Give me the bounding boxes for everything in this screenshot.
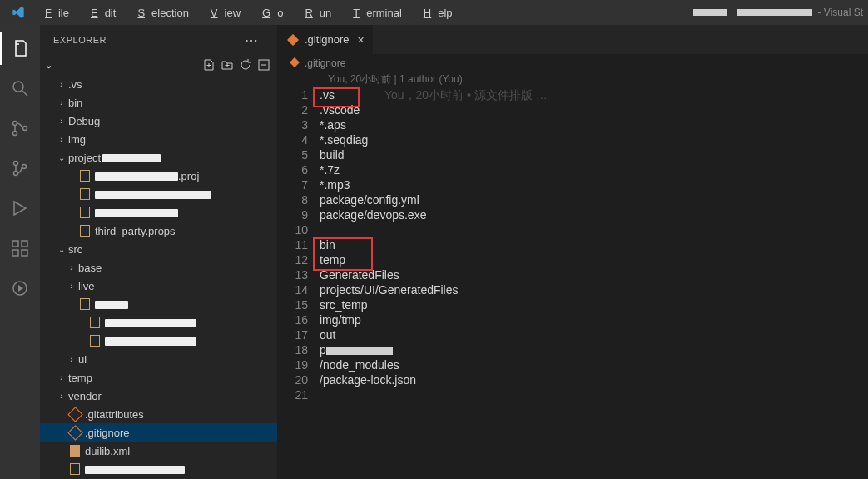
code-line[interactable]: p <box>320 342 868 357</box>
code-line[interactable]: *.seqdiag <box>320 132 868 147</box>
code-line[interactable] <box>320 387 868 402</box>
tree-folder[interactable]: ›img <box>40 130 277 148</box>
code-line[interactable]: *.mp3 <box>320 177 868 192</box>
tree-file[interactable]: .proj <box>40 167 277 185</box>
file-tree: ›.vs›bin›Debug›img⌄project.projthird_par… <box>40 75 277 479</box>
menu-help[interactable]: Help <box>410 3 459 22</box>
tree-folder[interactable]: ›.vs <box>40 75 277 93</box>
svg-point-2 <box>13 122 17 126</box>
tree-folder[interactable]: ›live <box>40 277 277 295</box>
code-line[interactable]: package/config.yml <box>320 192 868 207</box>
svg-rect-8 <box>12 241 18 247</box>
svg-rect-11 <box>22 241 27 247</box>
file-icon <box>88 334 102 347</box>
tree-file[interactable] <box>40 313 277 332</box>
code-editor[interactable]: 123456789101112131415161718192021 .vsYou… <box>278 87 868 479</box>
file-icon <box>78 187 92 201</box>
tree-file[interactable]: duilib.xml <box>40 442 277 460</box>
tree-file[interactable]: .gitattributes <box>40 405 277 423</box>
code-lines[interactable]: .vsYou，20小时前 • 源文件排版 ….vscode*.aps*.seqd… <box>320 87 868 479</box>
tree-folder[interactable]: ›vendor <box>40 387 277 405</box>
activity-run-icon[interactable] <box>0 192 40 225</box>
code-line[interactable]: *.aps <box>320 117 868 132</box>
tree-file[interactable] <box>40 203 277 222</box>
code-line[interactable]: out <box>320 327 868 342</box>
vscode-logo-icon <box>12 6 25 19</box>
menu-selection[interactable]: Selection <box>124 3 195 22</box>
code-line[interactable]: temp <box>320 252 868 267</box>
chevron-right-icon: › <box>55 117 68 126</box>
close-icon[interactable]: × <box>357 33 364 47</box>
chevron-right-icon: › <box>65 263 78 272</box>
tree-file[interactable]: third_party.props <box>40 222 277 240</box>
svg-point-3 <box>13 132 17 136</box>
new-file-icon[interactable] <box>202 58 216 72</box>
code-line[interactable]: img/tmp <box>320 312 868 327</box>
activity-circle-icon[interactable] <box>0 272 40 305</box>
git-file-icon <box>290 57 301 69</box>
code-line[interactable]: .vsYou，20小时前 • 源文件排版 … <box>320 87 868 102</box>
menu-terminal[interactable]: Terminal <box>340 3 409 22</box>
code-line[interactable]: GeneratedFiles <box>320 267 868 282</box>
menu-view[interactable]: View <box>197 3 247 22</box>
code-line[interactable] <box>320 222 868 237</box>
chevron-right-icon: › <box>55 135 68 144</box>
svg-point-7 <box>22 165 27 169</box>
code-line[interactable]: *.7z <box>320 162 868 177</box>
tree-folder[interactable]: ›Debug <box>40 112 277 130</box>
sidebar-more-icon[interactable]: ⋯ <box>240 31 264 50</box>
svg-rect-10 <box>22 250 27 256</box>
menu-edit[interactable]: Edit <box>77 3 122 22</box>
menu-go[interactable]: Go <box>249 3 290 22</box>
menu-file[interactable]: File <box>32 3 76 22</box>
tree-folder[interactable]: ⌄project <box>40 148 277 167</box>
code-line[interactable]: projects/UI/GeneratedFiles <box>320 282 868 297</box>
activity-scm-icon[interactable] <box>0 112 40 145</box>
file-icon <box>78 169 92 182</box>
editor-tabs: .gitignore × <box>278 25 868 54</box>
tree-file[interactable] <box>40 185 277 203</box>
tree-item-label: temp <box>68 372 92 384</box>
code-line[interactable]: build <box>320 147 868 162</box>
code-line[interactable]: src_temp <box>320 297 868 312</box>
tree-folder[interactable]: ›temp <box>40 368 277 387</box>
refresh-icon[interactable] <box>239 58 252 72</box>
tree-file[interactable] <box>40 295 277 313</box>
activity-explorer-icon[interactable] <box>0 32 40 65</box>
tree-folder[interactable]: ⌄src <box>40 240 277 258</box>
activity-bar <box>0 25 40 479</box>
svg-point-5 <box>14 162 18 166</box>
activity-search-icon[interactable] <box>0 72 40 105</box>
tree-item-label <box>95 207 178 219</box>
svg-rect-9 <box>12 250 18 256</box>
code-line[interactable]: .vscode <box>320 102 868 117</box>
tree-file[interactable] <box>40 460 277 478</box>
chevron-right-icon: › <box>55 98 68 107</box>
tree-item-label: live <box>78 280 95 292</box>
tree-folder[interactable]: ›bin <box>40 93 277 112</box>
activity-scm2-icon[interactable] <box>0 152 40 185</box>
code-line[interactable]: bin <box>320 237 868 252</box>
svg-rect-15 <box>290 57 300 67</box>
code-line[interactable]: /node_modules <box>320 357 868 372</box>
sidebar-root[interactable]: ⌄ <box>40 55 277 75</box>
code-line[interactable]: package/devops.exe <box>320 207 868 222</box>
tree-item-label: bin <box>68 97 82 109</box>
menu-run[interactable]: Run <box>291 3 338 22</box>
tree-file[interactable]: .gitignore <box>40 423 277 442</box>
svg-point-6 <box>14 172 18 176</box>
activity-extensions-icon[interactable] <box>0 232 40 265</box>
tab-gitignore[interactable]: .gitignore × <box>278 25 373 54</box>
new-folder-icon[interactable] <box>221 58 234 72</box>
file-icon <box>68 462 82 476</box>
collapse-icon[interactable] <box>257 58 270 72</box>
tree-item-label <box>85 463 185 476</box>
tree-item-label: src <box>68 243 82 256</box>
tree-folder[interactable]: ›base <box>40 258 277 277</box>
tree-file[interactable] <box>40 332 277 350</box>
breadcrumb[interactable]: .gitignore <box>278 54 868 72</box>
tree-item-label: duilib.xml <box>85 445 130 457</box>
tree-item-label: img <box>68 133 86 146</box>
tree-folder[interactable]: ›ui <box>40 350 277 368</box>
code-line[interactable]: /package-lock.json <box>320 372 868 387</box>
